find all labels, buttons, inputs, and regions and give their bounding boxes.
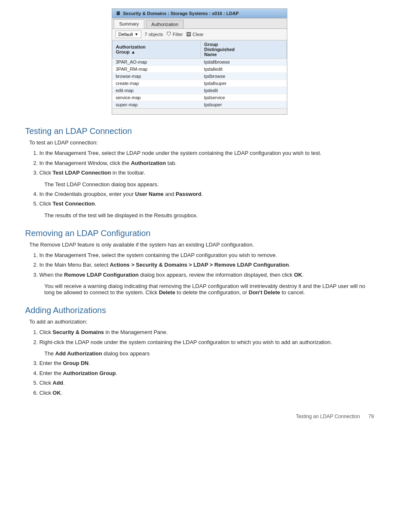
cell-auth-group: create-map (113, 80, 201, 87)
footer-right: 79 (368, 414, 374, 419)
cell-group-dn: tpdbrowse (201, 73, 287, 80)
step-item: When the Remove LDAP Configuration dialo… (39, 271, 374, 279)
table-row: browse-maptpdbrowse (113, 73, 287, 80)
toolbar-row: Default ▼ 7 objects ⛉ Filter 🖼 Clear (112, 29, 287, 40)
clear-button[interactable]: 🖼 Clear (186, 31, 203, 37)
section-body-adding-auth: To add an authorization:Click Security &… (29, 319, 374, 397)
cell-auth-group: edit-map (113, 87, 201, 94)
authorization-table: AuthorizationGroup ▲ GroupDistinguishedN… (112, 40, 287, 108)
step-item: Click Add. (39, 379, 374, 387)
step-item: In the Management Tree, select the syste… (39, 251, 374, 260)
tab-bar: Summary Authorization (112, 18, 287, 29)
filter-button[interactable]: ⛉ Filter (166, 31, 183, 37)
default-dropdown[interactable]: Default ▼ (115, 31, 141, 38)
cell-auth-group: service-map (113, 94, 201, 101)
section-testing-ldap: Testing an LDAP ConnectionTo test an LDA… (25, 126, 374, 218)
intro-text: The Remove LDAP feature is only availabl… (29, 242, 374, 248)
cell-group-dn: tpdallbrowse (201, 59, 287, 66)
step-item: Enter the Group DN. (39, 359, 374, 368)
col-group-dn: GroupDistinguishedName (201, 41, 287, 59)
step-item: In the Main Menu Bar, select Actions > S… (39, 261, 374, 269)
step-note: The Test LDAP Connection dialog box appe… (44, 181, 374, 188)
table-row: create-maptpdallsuper (113, 80, 287, 87)
step-item: Click Test LDAP Connection in the toolba… (39, 169, 374, 177)
step-note: The Add Authorization dialog box appears (44, 350, 374, 357)
step-item: Right-click the LDAP node under the syst… (39, 338, 374, 347)
objects-count: 7 objects (145, 32, 163, 37)
table-header-row: AuthorizationGroup ▲ GroupDistinguishedN… (113, 41, 287, 59)
section-heading-adding-auth: Adding Authorizations (25, 306, 374, 315)
cell-group-dn: tpdallsuper (201, 80, 287, 87)
cell-group-dn: tpdsuper (201, 101, 287, 108)
cell-auth-group: 3PAR_AO-map (113, 59, 201, 66)
intro-text: To test an LDAP connection: (29, 139, 374, 146)
table-row: 3PAR_RM-maptpdalledit (113, 66, 287, 73)
step-item: Click OK. (39, 389, 374, 397)
sections-container: Testing an LDAP ConnectionTo test an LDA… (25, 126, 374, 397)
cell-auth-group: super-map (113, 101, 201, 108)
section-body-removing-ldap: The Remove LDAP feature is only availabl… (29, 242, 374, 296)
cell-group-dn: tpdservice (201, 94, 287, 101)
lock-icon: 🖥 (115, 10, 120, 16)
section-heading-testing-ldap: Testing an LDAP Connection (25, 126, 374, 136)
table-row: super-maptpdsuper (113, 101, 287, 108)
steps-list: In the Management Tree, select the syste… (39, 251, 374, 279)
table-body: 3PAR_AO-maptpdallbrowse3PAR_RM-maptpdall… (113, 59, 287, 108)
steps-list-cont: In the Credentials groupbox, enter your … (39, 190, 374, 208)
tab-summary[interactable]: Summary (114, 19, 144, 28)
table-row: service-maptpdservice (113, 94, 287, 101)
tab-authorization[interactable]: Authorization (146, 20, 184, 28)
steps-list: In the Management Tree, select the LDAP … (39, 149, 374, 177)
step-item: Click Security & Domains in the Manageme… (39, 328, 374, 337)
step-item: Enter the Authorization Group. (39, 369, 374, 378)
cell-group-dn: tpdedit (201, 87, 287, 94)
table-row: 3PAR_AO-maptpdallbrowse (113, 59, 287, 66)
page-footer: Testing an LDAP Connection79 (25, 414, 374, 419)
section-body-testing-ldap: To test an LDAP connection:In the Manage… (29, 139, 374, 218)
cell-group-dn: tpdalledit (201, 66, 287, 73)
step-item: In the Credentials groupbox, enter your … (39, 190, 374, 198)
footer-left: Testing an LDAP Connection (296, 414, 360, 419)
clear-icon: 🖼 (186, 31, 191, 37)
ldap-panel: 🖥 Security & Domains : Storage Systems :… (112, 8, 287, 115)
panel-title-bar: 🖥 Security & Domains : Storage Systems :… (112, 9, 287, 18)
dropdown-arrow-icon: ▼ (135, 32, 138, 36)
panel-footer (112, 108, 287, 114)
col-auth-group[interactable]: AuthorizationGroup ▲ (113, 41, 201, 59)
step-note: The results of the test will be displaye… (44, 212, 374, 218)
steps-list-cont: Enter the Group DN.Enter the Authorizati… (39, 359, 374, 397)
section-adding-auth: Adding AuthorizationsTo add an authoriza… (25, 306, 374, 397)
cell-auth-group: 3PAR_RM-map (113, 66, 201, 73)
step-note: You will receive a warning dialog indica… (44, 283, 374, 296)
cell-auth-group: browse-map (113, 73, 201, 80)
intro-text: To add an authorization: (29, 319, 374, 325)
section-removing-ldap: Removing an LDAP ConfigurationThe Remove… (25, 229, 374, 296)
filter-icon: ⛉ (166, 31, 171, 37)
steps-list: Click Security & Domains in the Manageme… (39, 328, 374, 346)
panel-title: Security & Domains : Storage Systems : s… (123, 11, 239, 16)
section-heading-removing-ldap: Removing an LDAP Configuration (25, 229, 374, 238)
step-item: Click Test Connection. (39, 200, 374, 208)
step-item: In the Management Tree, select the LDAP … (39, 149, 374, 157)
table-row: edit-maptpdedit (113, 87, 287, 94)
step-item: In the Management Window, click the Auth… (39, 159, 374, 167)
